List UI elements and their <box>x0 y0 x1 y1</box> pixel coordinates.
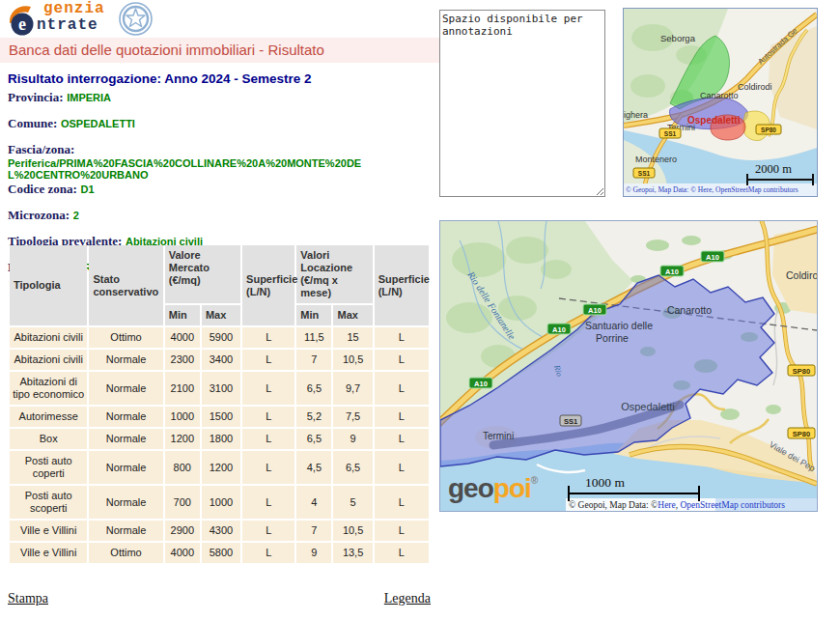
cell-superficie-1: L <box>242 372 294 405</box>
agenzia-entrate-logo[interactable]: e genzia ntrate <box>8 1 162 38</box>
table-row: Ville e VilliniNormale29004300L710,5L <box>10 521 429 541</box>
cell-tipologia: Ville e Villini <box>10 521 87 541</box>
cell-tipologia: Abitazioni civili <box>10 350 87 370</box>
cell-vm-max: 5800 <box>202 543 240 563</box>
col-header-stato: Stato conservativo <box>89 245 162 325</box>
logo-e-letter: e <box>18 14 26 34</box>
comune-value: OSPEDALETTI <box>61 118 135 129</box>
label-bordighera: ighera <box>624 110 648 120</box>
legenda-link[interactable]: Legenda <box>384 591 431 606</box>
cell-superficie-2: L <box>375 327 429 348</box>
cell-vm-min: 4000 <box>165 327 200 348</box>
cell-tipologia: Box <box>10 429 87 449</box>
cell-vl-max: 5 <box>333 486 372 519</box>
svg-text:A10: A10 <box>706 253 719 262</box>
cell-vl-max: 6,5 <box>333 451 372 484</box>
logo-wordmark: genzia ntrate <box>37 1 105 34</box>
cell-vm-max: 1500 <box>202 407 240 427</box>
entrate-logo-icon: e <box>8 3 41 37</box>
provincia-label: Provincia: <box>8 90 64 104</box>
cell-superficie-2: L <box>375 521 429 541</box>
microzona-value: 2 <box>73 210 79 221</box>
col-header-max-mercato: Max <box>202 305 240 325</box>
table-row: Posti auto scopertiNormale7001000L45L <box>10 486 429 519</box>
svg-text:A10: A10 <box>474 380 488 388</box>
table-row: Abitazioni civiliNormale23003400L710,5L <box>10 350 429 370</box>
cell-vm-min: 4000 <box>165 543 200 563</box>
svg-text:SP80: SP80 <box>793 367 810 376</box>
cell-vm-min: 2300 <box>165 350 200 370</box>
annotations-textarea[interactable]: Spazio disponibile per annotazioni <box>439 10 605 197</box>
stampa-link[interactable]: Stampa <box>8 591 48 606</box>
codice-label: Codice zona: <box>8 182 77 196</box>
col-header-superficie-1: Superficie (L/N) <box>242 245 294 325</box>
label-coldirodi: Coldirodi <box>786 269 817 281</box>
cell-stato: Normale <box>89 451 162 484</box>
field-provincia: Provincia: IMPERIA <box>8 90 436 105</box>
label-ospedaletti: Ospedaletti <box>687 115 741 126</box>
cell-tipologia: Posti auto coperti <box>10 451 87 484</box>
quotations-table: Tipologia Stato conservativo Valore Merc… <box>8 243 431 565</box>
geopoi-logo: geopoi® <box>448 473 539 503</box>
cell-vl-max: 13,5 <box>333 543 372 563</box>
a10-badge: A10 <box>660 266 684 276</box>
cell-superficie-2: L <box>375 451 429 484</box>
cell-vl-min: 6,5 <box>296 429 331 449</box>
svg-text:A10: A10 <box>665 268 679 276</box>
cell-superficie-1: L <box>242 407 294 427</box>
result-value: Anno 2024 - Semestre 2 <box>164 71 311 86</box>
table-row: Abitazioni di tipo economicoNormale21003… <box>10 372 429 405</box>
svg-text:A10: A10 <box>552 325 566 334</box>
scale-label: 2000 m <box>755 162 792 176</box>
scale-label: 1000 m <box>585 475 625 490</box>
col-header-superficie-2: Superficie (L/N) <box>375 245 429 325</box>
microzona-label: Microzona: <box>8 208 70 222</box>
cell-stato: Normale <box>89 407 162 427</box>
cell-superficie-1: L <box>242 429 294 449</box>
ss1-badge: SS1 <box>633 168 655 178</box>
ss1-badge: SS1 <box>560 415 581 426</box>
label-santuario-line1: Santuario delle <box>585 320 653 331</box>
cell-vm-max: 1200 <box>202 451 240 484</box>
label-coldirodi: Coldirodi <box>738 82 772 92</box>
overview-map[interactable]: Seborga Coldirodi Canarotto Ospedaletti … <box>623 8 818 197</box>
ss1-badge: SS1 <box>659 128 681 138</box>
col-header-tipologia: Tipologia <box>10 245 87 325</box>
cell-superficie-2: L <box>375 350 429 370</box>
cell-vm-min: 800 <box>165 451 200 484</box>
here-link: Here <box>658 500 675 510</box>
cell-superficie-2: L <box>375 486 429 519</box>
cell-superficie-2: L <box>375 543 429 563</box>
cell-vl-max: 9,7 <box>333 372 372 405</box>
cell-superficie-2: L <box>375 372 429 405</box>
cell-vl-max: 10,5 <box>333 350 372 370</box>
cell-stato: Ottimo <box>89 543 162 563</box>
cell-vm-min: 2100 <box>165 372 200 405</box>
cell-vm-min: 1000 <box>165 407 200 427</box>
logo-word-agenzia: genzia <box>43 1 105 17</box>
sp80-badge: SP80 <box>788 365 815 376</box>
cell-vl-min: 11,5 <box>296 327 331 348</box>
table-header-row: Tipologia Stato conservativo Valore Merc… <box>10 245 429 303</box>
provincia-value: IMPERIA <box>67 92 111 103</box>
svg-text:SP80: SP80 <box>761 127 776 133</box>
cell-tipologia: Abitazioni di tipo economico <box>10 372 87 405</box>
detail-map[interactable]: Rio delle Fontanelle Rio Santuario delle… <box>439 220 818 512</box>
footer-links: Stampa Legenda <box>8 591 431 606</box>
cell-vm-max: 3100 <box>202 372 240 405</box>
cell-stato: Ottimo <box>89 327 162 348</box>
cell-superficie-1: L <box>242 521 294 541</box>
cell-vl-max: 10,5 <box>333 521 372 541</box>
cell-stato: Normale <box>89 521 162 541</box>
svg-text:SS1: SS1 <box>564 417 577 426</box>
openstreetmap-link: OpenStreetMap contributors <box>680 500 785 510</box>
cell-superficie-1: L <box>242 350 294 370</box>
table-row: AutorimesseNormale10001500L5,27,5L <box>10 407 429 427</box>
cell-superficie-1: L <box>242 543 294 563</box>
a10-badge: A10 <box>469 378 492 388</box>
field-codice-zona: Codice zona: D1 <box>8 182 436 197</box>
cell-tipologia: Posti auto scoperti <box>10 486 87 519</box>
a10-badge: A10 <box>583 304 606 315</box>
cell-superficie-1: L <box>242 486 294 519</box>
cell-vm-max: 1800 <box>202 429 240 449</box>
